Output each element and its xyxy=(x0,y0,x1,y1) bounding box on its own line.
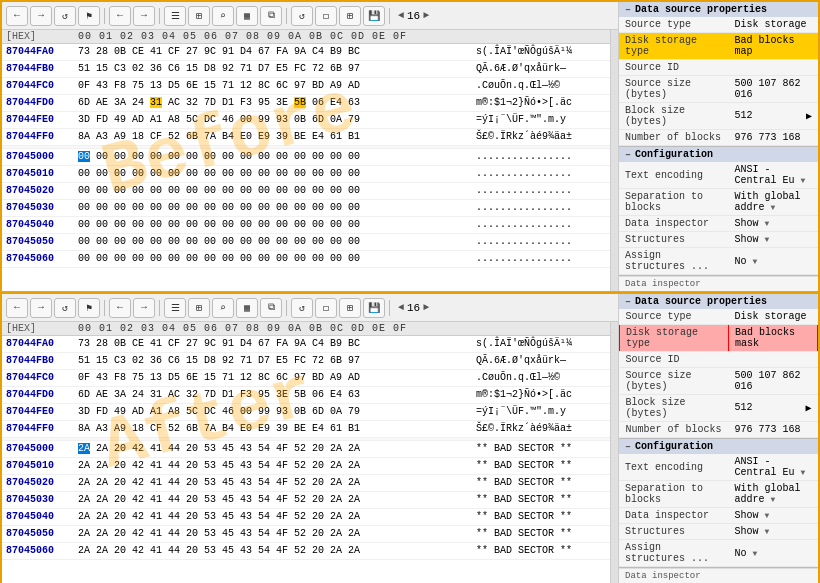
square-button-top[interactable]: ◻ xyxy=(315,6,337,26)
hex-view-wrapper-top: [HEX] 00 01 02 03 04 05 06 07 08 09 0A 0… xyxy=(2,30,618,291)
sep4-top xyxy=(389,8,390,24)
table-row[interactable]: 87044FD0 6D AE 3A 24 31 AC 32 7D D1 F3 9… xyxy=(2,387,610,404)
list-item[interactable]: Structures Show ▼ xyxy=(619,524,818,540)
config-section-top: Configuration Text encoding ANSI - Centr… xyxy=(619,147,818,276)
save-button-bottom[interactable]: 💾 xyxy=(363,298,385,318)
page-next-top[interactable]: ► xyxy=(423,10,429,21)
list-item[interactable]: Assign structures ... No ▼ xyxy=(619,540,818,567)
refresh2-button-bottom[interactable]: ↺ xyxy=(291,298,313,318)
table-row[interactable]: 87045050 00 00 00 00 00 00 00 00 00 00 0… xyxy=(2,234,610,251)
list-item: Source size (bytes) 500 107 862 016 xyxy=(619,76,818,103)
table-row[interactable]: 87045060 2A 2A 20 42 41 44 20 53 45 43 5… xyxy=(2,543,610,560)
table-row[interactable]: 87044FC0 0F 43 F8 75 13 D5 6E 15 71 12 8… xyxy=(2,78,610,95)
list-item: Number of blocks 976 773 168 xyxy=(619,130,818,146)
table-button-top[interactable]: ▦ xyxy=(236,6,258,26)
bookmark-button-bottom[interactable]: ⚑ xyxy=(78,298,100,318)
table-row[interactable]: 87044FF0 8A A3 A9 18 CF 52 6B 7A B4 E0 E… xyxy=(2,129,610,146)
table-row[interactable]: 87044FB0 51 15 C3 02 36 C6 15 D8 92 71 D… xyxy=(2,61,610,78)
forward-button-bottom[interactable]: → xyxy=(30,298,52,318)
table-row[interactable]: 87044FD0 6D AE 3A 24 31 AC 32 7D D1 F3 9… xyxy=(2,95,610,112)
table-row[interactable]: 87045020 00 00 00 00 00 00 00 00 00 00 0… xyxy=(2,183,610,200)
save-button-top[interactable]: 💾 xyxy=(363,6,385,26)
refresh-button-top[interactable]: ↺ xyxy=(54,6,76,26)
back-button-top[interactable]: ← xyxy=(6,6,28,26)
list-item[interactable]: Data inspector Show ▼ xyxy=(619,216,818,232)
table-row[interactable]: 87045030 00 00 00 00 00 00 00 00 00 00 0… xyxy=(2,200,610,217)
table-row[interactable]: 87045010 00 00 00 00 00 00 00 00 00 00 0… xyxy=(2,166,610,183)
grid2-button-bottom[interactable]: ⊞ xyxy=(339,298,361,318)
scrollbar-bottom[interactable] xyxy=(610,322,618,583)
data-source-props-top: Data source properties Source type Disk … xyxy=(619,2,818,147)
list-item[interactable]: Structures Show ▼ xyxy=(619,232,818,248)
table-row[interactable]: 87045000 00 00 00 00 00 00 00 00 00 00 0… xyxy=(2,149,610,166)
list-item: Disk storage type Bad blocks mask xyxy=(620,325,818,352)
sep4-bottom xyxy=(389,300,390,316)
hex-view-top[interactable]: [HEX] 00 01 02 03 04 05 06 07 08 09 0A 0… xyxy=(2,30,610,291)
table-row[interactable]: 87044FA0 73 28 0B CE 41 CF 27 9C 91 D4 6… xyxy=(2,336,610,353)
list-item[interactable]: Text encoding ANSI - Central Eu ▼ xyxy=(619,162,818,189)
table-row[interactable]: 87044FE0 3D FD 49 AD A1 A8 5C DC 46 00 9… xyxy=(2,112,610,129)
table-row[interactable]: 87045040 2A 2A 20 42 41 44 20 53 45 43 5… xyxy=(2,509,610,526)
right-section-top: Data source properties Source type Disk … xyxy=(618,2,818,291)
table-row[interactable]: 87044FC0 0F 43 F8 75 13 D5 6E 15 71 12 8… xyxy=(2,370,610,387)
grid2-button-top[interactable]: ⊞ xyxy=(339,6,361,26)
list-item[interactable]: Assign structures ... No ▼ xyxy=(619,248,818,275)
data-source-header-bottom: Data source properties xyxy=(619,294,818,309)
table-button-bottom[interactable]: ▦ xyxy=(236,298,258,318)
hex-view-bottom[interactable]: [HEX] 00 01 02 03 04 05 06 07 08 09 0A 0… xyxy=(2,322,610,583)
table-row[interactable]: 87044FF0 8A A3 A9 18 CF 52 6B 7A B4 E0 E… xyxy=(2,421,610,438)
table-row[interactable]: 87045010 2A 2A 20 42 41 44 20 53 45 43 5… xyxy=(2,458,610,475)
list-item: Source size (bytes) 500 107 862 016 xyxy=(620,368,818,395)
refresh2-button-top[interactable]: ↺ xyxy=(291,6,313,26)
data-source-props-bottom: Data source properties Source type Disk … xyxy=(619,294,818,439)
table-row[interactable]: 87045050 2A 2A 20 42 41 44 20 53 45 43 5… xyxy=(2,526,610,543)
page-prev-bottom[interactable]: ◄ xyxy=(398,302,404,313)
hex-header-bottom: [HEX] 00 01 02 03 04 05 06 07 08 09 0A 0… xyxy=(2,322,610,336)
sep1-top xyxy=(104,8,105,24)
data-inspector-label-bottom: Data inspector xyxy=(619,568,818,583)
list-button-bottom[interactable]: ☰ xyxy=(164,298,186,318)
table-row[interactable]: 87045000 2A 2A 20 42 41 44 20 53 45 43 5… xyxy=(2,441,610,458)
panel-top: ← → ↺ ⚑ ← → ☰ ⊞ ⌕ ▦ ⧉ ↺ ◻ ⊞ 💾 ◄ xyxy=(0,0,820,292)
next-button-bottom[interactable]: → xyxy=(133,298,155,318)
sep2-top xyxy=(159,8,160,24)
refresh-button-bottom[interactable]: ↺ xyxy=(54,298,76,318)
bookmark-button-top[interactable]: ⚑ xyxy=(78,6,100,26)
hex-header-top: [HEX] 00 01 02 03 04 05 06 07 08 09 0A 0… xyxy=(2,30,610,44)
scrollbar-top[interactable] xyxy=(610,30,618,291)
copy-button-bottom[interactable]: ⧉ xyxy=(260,298,282,318)
next-button-top[interactable]: → xyxy=(133,6,155,26)
sep3-top xyxy=(286,8,287,24)
table-row[interactable]: 87045030 2A 2A 20 42 41 44 20 53 45 43 5… xyxy=(2,492,610,509)
config-header-top: Configuration xyxy=(619,147,818,162)
table-row[interactable]: 87045020 2A 2A 20 42 41 44 20 53 45 43 5… xyxy=(2,475,610,492)
back-button-bottom[interactable]: ← xyxy=(6,298,28,318)
table-row[interactable]: 87044FE0 3D FD 49 AD A1 A8 5C DC 46 00 9… xyxy=(2,404,610,421)
list-item[interactable]: Text encoding ANSI - Central Eu ▼ xyxy=(619,454,818,481)
page-num-bottom: 16 xyxy=(407,302,420,314)
forward-button-top[interactable]: → xyxy=(30,6,52,26)
copy-button-top[interactable]: ⧉ xyxy=(260,6,282,26)
table-row[interactable]: 87044FA0 73 28 0B CE 41 CF 27 9C 91 D4 6… xyxy=(2,44,610,61)
list-item: Source ID xyxy=(620,352,818,368)
config-table-top: Text encoding ANSI - Central Eu ▼ Separa… xyxy=(619,162,818,275)
square-button-bottom[interactable]: ◻ xyxy=(315,298,337,318)
search-button-top[interactable]: ⌕ xyxy=(212,6,234,26)
prev-button-bottom[interactable]: ← xyxy=(109,298,131,318)
table-row[interactable]: 87045060 00 00 00 00 00 00 00 00 00 00 0… xyxy=(2,251,610,268)
left-section-top: ← → ↺ ⚑ ← → ☰ ⊞ ⌕ ▦ ⧉ ↺ ◻ ⊞ 💾 ◄ xyxy=(2,2,618,291)
list-item[interactable]: Separation to blocks With global addre ▼ xyxy=(619,481,818,508)
page-prev-top[interactable]: ◄ xyxy=(398,10,404,21)
search-button-bottom[interactable]: ⌕ xyxy=(212,298,234,318)
grid-button-bottom[interactable]: ⊞ xyxy=(188,298,210,318)
table-row[interactable]: 87044FB0 51 15 C3 02 36 C6 15 D8 92 71 D… xyxy=(2,353,610,370)
list-item[interactable]: Separation to blocks With global addre ▼ xyxy=(619,189,818,216)
list-item: Disk storage type Bad blocks map xyxy=(619,33,818,60)
list-item[interactable]: Data inspector Show ▼ xyxy=(619,508,818,524)
page-next-bottom[interactable]: ► xyxy=(423,302,429,313)
grid-button-top[interactable]: ⊞ xyxy=(188,6,210,26)
list-button-top[interactable]: ☰ xyxy=(164,6,186,26)
table-row[interactable]: 87045040 00 00 00 00 00 00 00 00 00 00 0… xyxy=(2,217,610,234)
prev-button-top[interactable]: ← xyxy=(109,6,131,26)
hex-bytes-header-top: 00 01 02 03 04 05 06 07 08 09 0A 0B 0C 0… xyxy=(78,31,606,42)
